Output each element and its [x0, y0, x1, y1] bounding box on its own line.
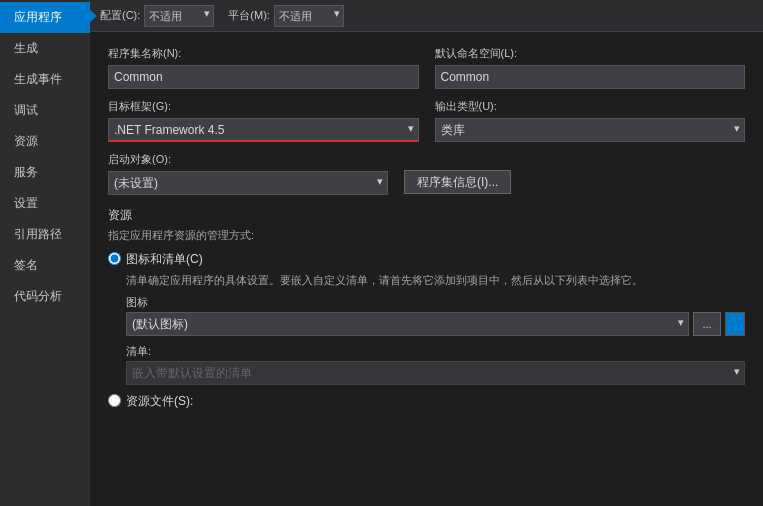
- icon-browse-button[interactable]: ...: [693, 312, 721, 336]
- platform-group: 平台(M): 不适用: [228, 5, 344, 27]
- sidebar-item-application[interactable]: 应用程序: [0, 2, 90, 33]
- output-type-group: 输出类型(U): 类库: [435, 99, 746, 142]
- icon-subsection: 图标 (默认图标) ... 清单: 嵌入带默认设置的清单: [126, 295, 745, 385]
- icon-color-swatch[interactable]: [725, 312, 745, 336]
- sidebar-item-label: 引用路径: [14, 227, 62, 241]
- target-framework-label: 目标框架(G):: [108, 99, 419, 114]
- output-type-select[interactable]: 类库: [435, 118, 746, 142]
- sidebar-arrow-icon: [90, 10, 97, 22]
- platform-label: 平台(M):: [228, 8, 270, 23]
- icon-row: (默认图标) ...: [126, 312, 745, 336]
- sidebar-item-build[interactable]: 生成: [0, 33, 90, 64]
- icon-select-wrapper: (默认图标): [126, 312, 689, 336]
- config-group: 配置(C): 不适用: [100, 5, 214, 27]
- manifest-sub-label: 清单:: [126, 344, 745, 359]
- sidebar-item-label: 签名: [14, 258, 38, 272]
- output-type-label: 输出类型(U):: [435, 99, 746, 114]
- output-type-select-wrapper: 类库: [435, 118, 746, 142]
- config-label: 配置(C):: [100, 8, 140, 23]
- topbar: 配置(C): 不适用 平台(M): 不适用: [90, 0, 763, 32]
- sidebar: 应用程序 生成 生成事件 调试 资源 服务 设置 引用路径 签名 代码分析: [0, 0, 90, 506]
- platform-select-wrapper: 不适用: [274, 5, 344, 27]
- sidebar-item-code-analysis[interactable]: 代码分析: [0, 281, 90, 312]
- manifest-select[interactable]: 嵌入带默认设置的清单: [126, 361, 745, 385]
- target-framework-select[interactable]: .NET Framework 4.5: [108, 118, 419, 142]
- startup-object-group: 启动对象(O): (未设置): [108, 152, 388, 195]
- main-panel: 配置(C): 不适用 平台(M): 不适用 程序集名称(N):: [90, 0, 763, 506]
- radio-resource-file: 资源文件(S):: [108, 393, 745, 410]
- radio-icon-manifest: 图标和清单(C): [108, 251, 745, 268]
- sidebar-item-label: 调试: [14, 103, 38, 117]
- sidebar-item-label: 生成事件: [14, 72, 62, 86]
- startup-object-select[interactable]: (未设置): [108, 171, 388, 195]
- sidebar-item-label: 设置: [14, 196, 38, 210]
- startup-row: 启动对象(O): (未设置) 程序集信息(I)...: [108, 152, 745, 195]
- icon-sub-label: 图标: [126, 295, 745, 310]
- startup-object-label: 启动对象(O):: [108, 152, 388, 167]
- framework-output-row: 目标框架(G): .NET Framework 4.5 输出类型(U): 类库: [108, 99, 745, 142]
- sidebar-item-label: 代码分析: [14, 289, 62, 303]
- radio-icon-desc: 清单确定应用程序的具体设置。要嵌入自定义清单，请首先将它添加到项目中，然后从以下…: [126, 272, 745, 289]
- config-select[interactable]: 不适用: [144, 5, 214, 27]
- target-framework-select-wrapper: .NET Framework 4.5: [108, 118, 419, 142]
- platform-select[interactable]: 不适用: [274, 5, 344, 27]
- sidebar-item-label: 生成: [14, 41, 38, 55]
- sidebar-item-label: 服务: [14, 165, 38, 179]
- sidebar-item-signing[interactable]: 签名: [0, 250, 90, 281]
- sidebar-item-reference-paths[interactable]: 引用路径: [0, 219, 90, 250]
- default-namespace-input[interactable]: [435, 65, 746, 89]
- assembly-name-group: 程序集名称(N):: [108, 46, 419, 89]
- sidebar-item-debug[interactable]: 调试: [0, 95, 90, 126]
- content-area: 程序集名称(N): 默认命名空间(L): 目标框架(G): .NET Frame…: [90, 32, 763, 506]
- sidebar-item-build-events[interactable]: 生成事件: [0, 64, 90, 95]
- name-namespace-row: 程序集名称(N): 默认命名空间(L):: [108, 46, 745, 89]
- startup-object-select-wrapper: (未设置): [108, 171, 388, 195]
- icon-select[interactable]: (默认图标): [126, 312, 689, 336]
- radio-resource-file-input[interactable]: [108, 394, 121, 407]
- sidebar-item-resources[interactable]: 资源: [0, 126, 90, 157]
- resources-section-title: 资源: [108, 207, 745, 224]
- default-namespace-label: 默认命名空间(L):: [435, 46, 746, 61]
- default-namespace-group: 默认命名空间(L):: [435, 46, 746, 89]
- assembly-name-input[interactable]: [108, 65, 419, 89]
- config-select-wrapper: 不适用: [144, 5, 214, 27]
- manifest-select-wrapper: 嵌入带默认设置的清单: [126, 361, 745, 385]
- sidebar-item-label: 应用程序: [14, 10, 62, 24]
- sidebar-item-settings[interactable]: 设置: [0, 188, 90, 219]
- radio-resource-file-label[interactable]: 资源文件(S):: [126, 393, 193, 410]
- sidebar-item-label: 资源: [14, 134, 38, 148]
- radio-icon-input[interactable]: [108, 252, 121, 265]
- radio-icon-label[interactable]: 图标和清单(C): [126, 251, 203, 268]
- assembly-info-button[interactable]: 程序集信息(I)...: [404, 170, 511, 194]
- resources-section-desc: 指定应用程序资源的管理方式:: [108, 228, 745, 243]
- assembly-name-label: 程序集名称(N):: [108, 46, 419, 61]
- sidebar-item-services[interactable]: 服务: [0, 157, 90, 188]
- target-framework-group: 目标框架(G): .NET Framework 4.5: [108, 99, 419, 142]
